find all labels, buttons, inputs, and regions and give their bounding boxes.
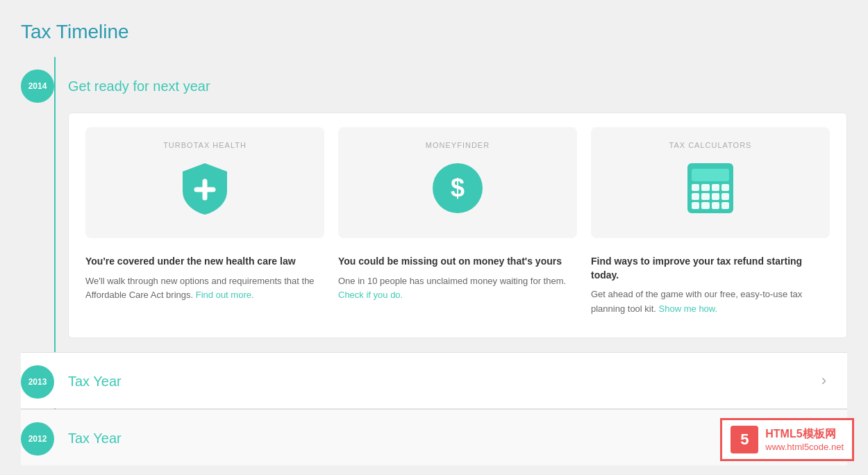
page-title: Tax Timeline [21, 21, 847, 43]
descriptions-row: You're covered under the new health care… [85, 255, 830, 317]
card-label-tax-calculators: TAX CALCULATORS [669, 141, 752, 149]
calc-btn-5 [692, 193, 699, 200]
calc-btn-8 [721, 193, 729, 200]
watermark-text: HTML5模板网 www.html5code.net [765, 427, 844, 452]
calc-btn-11 [712, 202, 719, 209]
desc-text-turbotax-health: We'll walk through new options and requi… [85, 274, 324, 303]
turbotax-health-link[interactable]: Find out more. [196, 290, 254, 300]
calc-btn-12 [721, 202, 729, 209]
calc-btn-1 [692, 184, 699, 191]
calc-screen [692, 169, 729, 181]
tax-calculators-link[interactable]: Show me how. [659, 303, 718, 314]
chevron-right-icon-2013[interactable]: › [821, 372, 833, 390]
calc-btn-10 [701, 202, 709, 209]
section-title-2014: Get ready for next year [68, 78, 210, 94]
year-badge-2013: 2013 [21, 365, 54, 399]
desc-title-moneyfinder: You could be missing out on money that's… [338, 255, 577, 269]
calc-btn-4 [721, 184, 729, 191]
calc-buttons [692, 184, 729, 209]
page-wrapper: Tax Timeline 2014 Get ready for next yea… [0, 0, 868, 475]
card-moneyfinder: MONEYFINDER $ [338, 127, 577, 238]
timeline-section-2013[interactable]: 2013 Tax Year › [21, 352, 847, 408]
timeline-header-2013[interactable]: 2013 Tax Year [21, 353, 821, 408]
section-content-2014: TURBOTAX HEALTH MONEYFINDER [68, 112, 847, 338]
cards-row: TURBOTAX HEALTH MONEYFINDER [85, 127, 830, 238]
calc-btn-2 [701, 184, 709, 191]
calc-btn-7 [712, 193, 719, 200]
watermark-line1: HTML5模板网 [765, 427, 844, 442]
desc-item-tax-calculators: Find ways to improve your tax refund sta… [591, 255, 830, 317]
desc-text-moneyfinder: One in 10 people has unclaimed money wai… [338, 274, 577, 303]
calc-btn-6 [701, 193, 709, 200]
year-badge-2014: 2014 [21, 69, 54, 103]
calc-btn-9 [692, 202, 699, 209]
card-icon-moneyfinder: $ [430, 160, 485, 216]
moneyfinder-link[interactable]: Check if you do. [338, 290, 403, 300]
watermark-badge: 5 [731, 426, 758, 453]
desc-item-moneyfinder: You could be missing out on money that's… [338, 255, 577, 317]
dollar-circle-icon: $ [433, 163, 483, 213]
card-label-moneyfinder: MONEYFINDER [426, 141, 490, 149]
card-turbotax-health: TURBOTAX HEALTH [85, 127, 324, 238]
desc-item-turbotax-health: You're covered under the new health care… [85, 255, 324, 317]
year-badge-2012: 2012 [21, 422, 54, 456]
watermark: 5 HTML5模板网 www.html5code.net [720, 418, 854, 461]
desc-title-turbotax-health: You're covered under the new health care… [85, 255, 324, 269]
section-title-2012: Tax Year [68, 431, 122, 447]
watermark-line2: www.html5code.net [765, 442, 844, 452]
calc-btn-3 [712, 184, 719, 191]
desc-title-tax-calculators: Find ways to improve your tax refund sta… [591, 255, 830, 282]
timeline-section-2014: 2014 Get ready for next year TURBOTAX HE… [21, 57, 847, 338]
timeline: 2014 Get ready for next year TURBOTAX HE… [21, 57, 847, 465]
card-tax-calculators: TAX CALCULATORS [591, 127, 830, 238]
calculator-icon [687, 163, 733, 213]
section-title-2013: Tax Year [68, 374, 122, 390]
card-label-turbotax-health: TURBOTAX HEALTH [163, 141, 247, 149]
card-icon-turbotax-health [177, 160, 233, 216]
card-icon-tax-calculators [683, 160, 738, 216]
timeline-header-2014: 2014 Get ready for next year [21, 57, 847, 112]
shield-icon [180, 160, 230, 216]
desc-text-tax-calculators: Get ahead of the game with our free, eas… [591, 288, 830, 317]
